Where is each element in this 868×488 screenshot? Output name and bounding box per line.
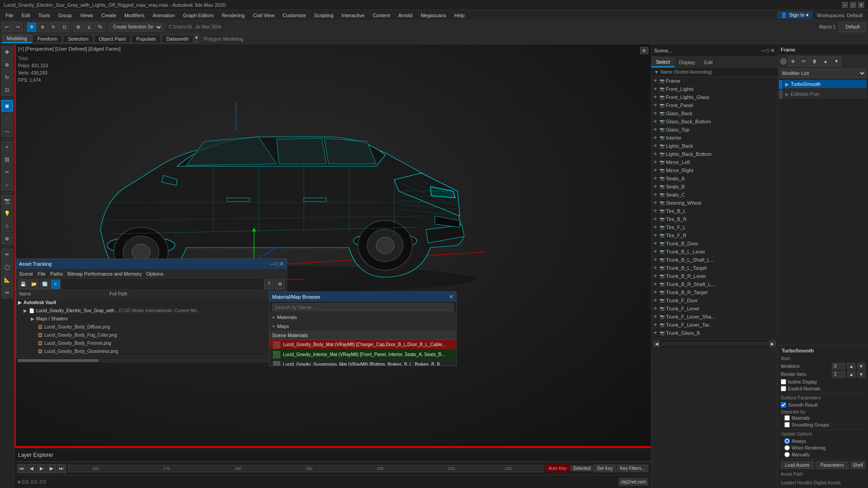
tool-link[interactable]: ⛓ (1, 154, 13, 165)
scene-item-interior[interactable]: 👁 📷 Interior (651, 134, 778, 142)
scene-item-seats-c[interactable]: 👁 📷 Seats_C (651, 191, 778, 199)
modifier-move-down-btn[interactable]: ▼ (831, 56, 841, 66)
subtab-selection[interactable]: Selection (63, 35, 93, 43)
manually-radio[interactable] (784, 452, 790, 457)
visibility-icon-2[interactable]: 👁 (653, 87, 659, 91)
asset-menu-options[interactable]: Options (146, 271, 164, 277)
tool-create[interactable]: + (1, 141, 13, 153)
close-button[interactable]: ✕ (858, 2, 864, 8)
render-iters-input[interactable] (832, 371, 845, 378)
modifier-channel-btn[interactable]: ⊕ (788, 56, 798, 66)
tool-move[interactable]: ⊕ (1, 59, 13, 70)
maximize-button[interactable]: □ (850, 2, 856, 8)
material-section-maps[interactable]: + Maps (269, 322, 456, 331)
menu-interactive[interactable]: Interactive (338, 12, 368, 19)
tool-select[interactable]: ✥ (1, 46, 13, 58)
tool-camera[interactable]: 📷 (1, 195, 13, 206)
tool-polygon[interactable]: ◼ (1, 100, 13, 112)
snap-toggle[interactable]: ⊞ (73, 22, 83, 32)
menu-group[interactable]: Group (54, 12, 75, 19)
menu-civil-view[interactable]: Civil View (249, 12, 278, 19)
subtab-expand[interactable]: ▾ (195, 34, 198, 43)
asset-tb-btn-2[interactable]: 📂 (29, 279, 39, 289)
scene-item-tire-fr[interactable]: 👁 📷 Tire_F_R (651, 231, 778, 239)
tool-bind[interactable]: ○ (1, 179, 13, 191)
scene-tab-select[interactable]: Select (651, 57, 675, 67)
viewport-maximize-btn[interactable]: ⊞ (640, 47, 648, 54)
menu-arnold[interactable]: Arnold (395, 12, 416, 19)
modifier-edit-btn[interactable]: ✏ (799, 56, 809, 66)
asset-menu-paths[interactable]: Paths (50, 271, 63, 277)
scene-items-list[interactable]: 👁 📷 Frame 👁 📷 Front_Lights 👁 📷 Front_Lig… (651, 77, 778, 339)
menu-modifiers[interactable]: Modifiers (121, 12, 148, 19)
selection-dropdown[interactable]: Create Selection Se (109, 23, 163, 32)
asset-hscroll-thumb[interactable] (18, 359, 98, 362)
percent-snap[interactable]: % (95, 22, 105, 32)
subtab-populate[interactable]: Populate (131, 35, 160, 43)
modifier-move-up-btn[interactable]: ▲ (821, 56, 830, 66)
tool-mirror[interactable]: ⇔ (1, 286, 13, 298)
scene-item-trunk-b-door[interactable]: 👁 📷 Trunk_B_Door (651, 239, 778, 248)
tool-light[interactable]: 💡 (1, 207, 13, 219)
always-radio[interactable] (784, 438, 790, 444)
modifier-delete-btn[interactable]: 🗑 (810, 56, 820, 66)
rotate-button[interactable]: ↻ (48, 22, 58, 32)
asset-minimize-btn[interactable]: ─ (270, 261, 274, 267)
menu-customize[interactable]: Customize (279, 12, 310, 19)
menu-edit[interactable]: Edit (18, 12, 34, 19)
menu-tools[interactable]: Tools (35, 12, 54, 19)
scene-item-trunk-br-lever[interactable]: 👁 📷 Trunk_B_R_Lever (651, 272, 778, 280)
asset-row-fresnel[interactable]: 🖼 Lucid_Gravity_Body_Fresnel.png (16, 339, 287, 347)
select-button[interactable]: ✥ (27, 22, 37, 32)
shelf-btn[interactable]: Shelf (850, 461, 865, 469)
scene-item-front-lights[interactable]: 👁 📷 Front_Lights (651, 85, 778, 93)
asset-row-normal[interactable]: 🖼 Lucid_Gravity_Body_Normal.png (16, 356, 287, 357)
asset-row-vault[interactable]: ▶ Autodesk Vault (16, 299, 287, 307)
scale-button[interactable]: ⊡ (59, 22, 69, 32)
asset-menu-file[interactable]: File (38, 271, 46, 277)
render-iters-up[interactable]: ▲ (847, 371, 855, 378)
subtab-object-paint[interactable]: Object Paint (94, 35, 131, 43)
macro-button[interactable]: Default (839, 22, 866, 32)
scene-item-steering-wheel[interactable]: 👁 📷 Steering_Wheel (651, 199, 778, 207)
subtab-freeform[interactable]: Freeform (33, 35, 63, 43)
asset-tb-btn-3[interactable]: 🔄 (40, 279, 50, 289)
iterations-up[interactable]: ▲ (847, 363, 855, 370)
scene-item-trunk-f-door[interactable]: 👁 📷 Trunk_F_Door (651, 296, 778, 305)
scene-item-trunk-br-shaft[interactable]: 👁 📷 Trunk_B_R_Shaft_L... (651, 280, 778, 288)
tool-unlink[interactable]: ✂ (1, 166, 13, 178)
move-button[interactable]: ⊕ (38, 22, 47, 32)
menu-scripting[interactable]: Scripting (311, 12, 337, 19)
scene-item-lights-back-bottom[interactable]: 👁 📷 Lights_Back_Bottom (651, 150, 778, 158)
visibility-icon[interactable]: 👁 (653, 79, 659, 83)
material-close-btn[interactable]: ✕ (449, 294, 453, 300)
prev-frame-btn[interactable]: ◀ (27, 464, 36, 473)
scene-item-trunk-bl-target[interactable]: 👁 📷 Trunk_B_L_Target (651, 264, 778, 272)
scene-item-frame[interactable]: 👁 📷 Frame (651, 77, 778, 85)
scene-item-seats-b[interactable]: 👁 📷 Seats_B (651, 183, 778, 191)
tool-space[interactable]: ⊕ (1, 233, 13, 244)
scene-item-mirror-left[interactable]: 👁 📷 Mirror_Left (651, 158, 778, 166)
viewport[interactable]: [+] [Perspective] [User Defined] [Edged … (14, 44, 651, 447)
scene-scroll-right[interactable]: ▶ (769, 341, 776, 347)
tool-rotate[interactable]: ↻ (1, 71, 13, 83)
scene-scroll-track[interactable] (662, 342, 767, 346)
asset-menu-bitmap[interactable]: Bitmap Performance and Memory (67, 271, 142, 277)
material-row-suspension[interactable]: Lucid_Gravity_Suspension_Mat (VRayMtl) [… (269, 360, 456, 366)
menu-create[interactable]: Create (98, 12, 120, 19)
menu-help[interactable]: Help (451, 12, 468, 19)
asset-tb-settings[interactable]: ⚙ (275, 279, 285, 289)
tool-paint[interactable]: ✏ (1, 249, 13, 260)
modifier-color-btn[interactable] (780, 58, 787, 65)
scene-item-trunk-f-lever[interactable]: 👁 📷 Trunk_F_Lever (651, 305, 778, 313)
asset-row-maps[interactable]: ▶ Maps / Shaders (16, 315, 287, 323)
scene-item-tire-br[interactable]: 👁 📷 Tire_B_R (651, 215, 778, 223)
asset-row-main-file[interactable]: ▶ 📄 Lucid_Gravity_Electric_Suv_Gray_with… (16, 307, 287, 315)
render-icon[interactable]: 📷 (660, 79, 665, 83)
modifier-item-editable-poly[interactable]: ▶ Editable Poly (783, 89, 867, 99)
scene-item-front-panel[interactable]: 👁 📷 Front_Panel (651, 101, 778, 109)
iterations-input[interactable] (832, 363, 845, 370)
set-key-button[interactable]: Set Key (594, 465, 616, 472)
scene-item-tire-bl[interactable]: 👁 📷 Tire_B_L (651, 207, 778, 215)
scene-item-glass-back[interactable]: 👁 📷 Glass_Back (651, 109, 778, 117)
